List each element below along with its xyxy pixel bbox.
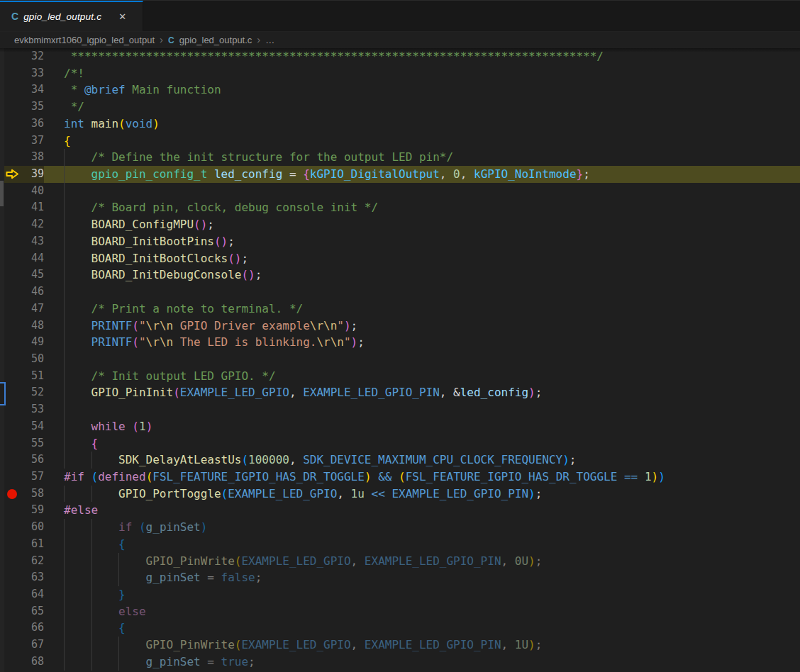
code-line-52[interactable]: 52 GPIO_PinInit(EXAMPLE_LED_GPIO, EXAMPL…: [4, 384, 800, 401]
code-line-content[interactable]: */: [44, 99, 800, 116]
code-line-48[interactable]: 48 PRINTF("\r\n GPIO Driver example\r\n"…: [4, 318, 800, 335]
glyph-margin[interactable]: [4, 384, 21, 401]
glyph-margin[interactable]: [4, 637, 21, 654]
code-line-content[interactable]: }: [44, 586, 800, 603]
code-line-content[interactable]: * @brief Main function: [44, 82, 800, 99]
code-line-content[interactable]: [44, 351, 800, 368]
code-line-60[interactable]: 60 if (g_pinSet): [4, 519, 800, 536]
code-line-content[interactable]: BOARD_InitBootPins();: [44, 233, 800, 250]
code-line-content[interactable]: GPIO_PortToggle(EXAMPLE_LED_GPIO, 1u << …: [44, 486, 800, 503]
code-line-content[interactable]: while (1): [44, 418, 800, 435]
code-line-63[interactable]: 63 g_pinSet = false;: [4, 569, 800, 586]
glyph-margin[interactable]: [4, 318, 21, 335]
glyph-margin[interactable]: [4, 250, 21, 267]
code-line-51[interactable]: 51 /* Init output LED GPIO. */: [4, 368, 800, 385]
code-line-40[interactable]: 40: [4, 183, 800, 200]
code-line-33[interactable]: 33/*!: [4, 65, 800, 82]
breadcrumb-symbol[interactable]: …: [265, 35, 274, 45]
code-line-content[interactable]: /* Init output LED GPIO. */: [44, 368, 800, 385]
glyph-margin[interactable]: [4, 654, 21, 671]
glyph-margin[interactable]: [4, 284, 21, 301]
code-line-content[interactable]: #else: [44, 502, 800, 519]
tab-gpio-led-output[interactable]: C gpio_led_output.c ✕: [0, 1, 143, 31]
code-line-57[interactable]: 57#if (defined(FSL_FEATURE_IGPIO_HAS_DR_…: [4, 469, 800, 486]
code-line-content[interactable]: BOARD_ConfigMPU();: [44, 216, 800, 233]
glyph-margin[interactable]: [4, 603, 21, 620]
code-line-53[interactable]: 53: [4, 401, 800, 418]
code-line-39[interactable]: 39 gpio_pin_config_t led_config = {kGPIO…: [4, 166, 800, 183]
code-line-62[interactable]: 62 GPIO_PinWrite(EXAMPLE_LED_GPIO, EXAMP…: [4, 553, 800, 570]
code-line-41[interactable]: 41 /* Board pin, clock, debug console in…: [4, 199, 800, 216]
glyph-margin[interactable]: [4, 65, 21, 82]
glyph-margin[interactable]: [4, 502, 21, 519]
glyph-margin[interactable]: [4, 133, 21, 150]
code-line-56[interactable]: 56 SDK_DelayAtLeastUs(100000, SDK_DEVICE…: [4, 452, 800, 469]
code-line-content[interactable]: [44, 284, 800, 301]
code-line-content[interactable]: {: [44, 133, 800, 150]
code-line-65[interactable]: 65 else: [4, 603, 800, 620]
code-line-64[interactable]: 64 }: [4, 586, 800, 603]
code-line-content[interactable]: #if (defined(FSL_FEATURE_IGPIO_HAS_DR_TO…: [44, 469, 800, 486]
code-line-50[interactable]: 50: [4, 351, 800, 368]
glyph-margin[interactable]: [4, 116, 21, 133]
code-line-content[interactable]: {: [44, 435, 800, 452]
code-line-content[interactable]: /* Print a note to terminal. */: [44, 301, 800, 318]
glyph-margin[interactable]: [4, 418, 21, 435]
code-line-content[interactable]: if (g_pinSet): [44, 519, 800, 536]
glyph-margin[interactable]: [4, 183, 21, 200]
glyph-margin[interactable]: [4, 82, 21, 99]
code-line-content[interactable]: SDK_DelayAtLeastUs(100000, SDK_DEVICE_MA…: [44, 452, 800, 469]
code-line-36[interactable]: 36int main(void): [4, 116, 800, 133]
code-line-content[interactable]: {: [44, 536, 800, 553]
glyph-margin[interactable]: [4, 586, 21, 603]
code-line-61[interactable]: 61 {: [4, 536, 800, 553]
code-line-43[interactable]: 43 BOARD_InitBootPins();: [4, 233, 800, 250]
code-line-42[interactable]: 42 BOARD_ConfigMPU();: [4, 216, 800, 233]
code-line-59[interactable]: 59#else: [4, 502, 800, 519]
code-line-58[interactable]: 58 GPIO_PortToggle(EXAMPLE_LED_GPIO, 1u …: [4, 486, 800, 503]
code-line-content[interactable]: GPIO_PinWrite(EXAMPLE_LED_GPIO, EXAMPLE_…: [44, 553, 800, 570]
code-line-content[interactable]: /* Define the init structure for the out…: [44, 149, 800, 166]
glyph-margin[interactable]: [4, 536, 21, 553]
code-line-content[interactable]: BOARD_InitDebugConsole();: [44, 267, 800, 284]
code-line-content[interactable]: ****************************************…: [44, 48, 800, 65]
glyph-margin[interactable]: [4, 48, 21, 65]
glyph-margin[interactable]: [4, 166, 21, 183]
code-line-content[interactable]: PRINTF("\r\n GPIO Driver example\r\n");: [44, 318, 800, 335]
code-line-35[interactable]: 35 */: [4, 99, 800, 116]
glyph-margin[interactable]: [4, 216, 21, 233]
breadcrumb-file[interactable]: gpio_led_output.c: [179, 35, 252, 45]
glyph-margin[interactable]: [4, 199, 21, 216]
glyph-margin[interactable]: [4, 469, 21, 486]
code-line-34[interactable]: 34 * @brief Main function: [4, 82, 800, 99]
code-line-44[interactable]: 44 BOARD_InitBootClocks();: [4, 250, 800, 267]
code-line-content[interactable]: PRINTF("\r\n The LED is blinking.\r\n");: [44, 334, 800, 351]
code-line-content[interactable]: g_pinSet = true;: [44, 654, 800, 671]
code-line-content[interactable]: [44, 401, 800, 418]
code-line-49[interactable]: 49 PRINTF("\r\n The LED is blinking.\r\n…: [4, 334, 800, 351]
code-line-content[interactable]: g_pinSet = false;: [44, 569, 800, 586]
code-line-38[interactable]: 38 /* Define the init structure for the …: [4, 149, 800, 166]
breakpoint-icon[interactable]: [7, 489, 17, 499]
code-line-content[interactable]: [44, 183, 800, 200]
code-line-54[interactable]: 54 while (1): [4, 418, 800, 435]
code-line-68[interactable]: 68 g_pinSet = true;: [4, 654, 800, 671]
code-line-content[interactable]: /*!: [44, 65, 800, 82]
glyph-margin[interactable]: [4, 569, 21, 586]
code-line-67[interactable]: 67 GPIO_PinWrite(EXAMPLE_LED_GPIO, EXAMP…: [4, 637, 800, 654]
code-line-content[interactable]: {: [44, 620, 800, 637]
code-line-content[interactable]: int main(void): [44, 116, 800, 133]
glyph-margin[interactable]: [4, 519, 21, 536]
glyph-margin[interactable]: [4, 401, 21, 418]
glyph-margin[interactable]: [4, 553, 21, 570]
glyph-margin[interactable]: [4, 486, 21, 503]
glyph-margin[interactable]: [4, 334, 21, 351]
close-icon[interactable]: ✕: [116, 11, 128, 23]
glyph-margin[interactable]: [4, 452, 21, 469]
code-line-content[interactable]: else: [44, 603, 800, 620]
code-line-45[interactable]: 45 BOARD_InitDebugConsole();: [4, 267, 800, 284]
code-line-55[interactable]: 55 {: [4, 435, 800, 452]
code-line-47[interactable]: 47 /* Print a note to terminal. */: [4, 301, 800, 318]
scrollbar-thumb[interactable]: [0, 181, 4, 206]
code-line-content[interactable]: /* Board pin, clock, debug console init …: [44, 199, 800, 216]
